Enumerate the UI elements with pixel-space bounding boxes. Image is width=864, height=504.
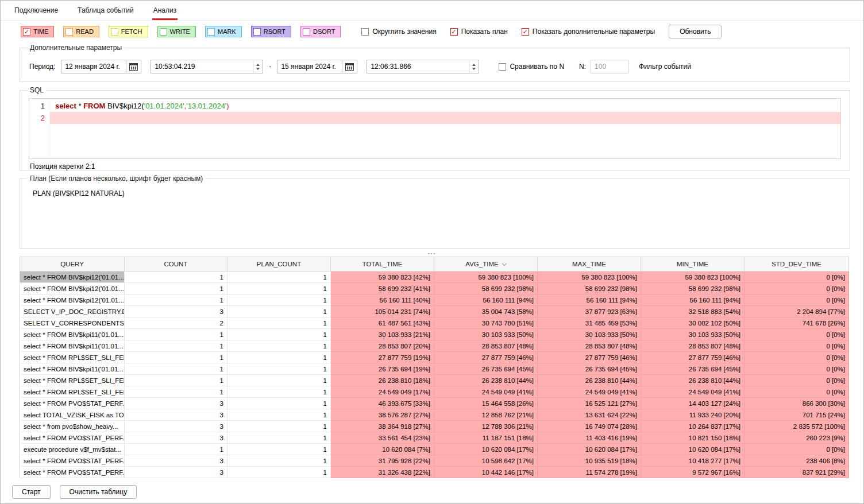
event-filter-time[interactable]: TIME (21, 26, 54, 37)
table-row[interactable]: select * FROM BIV$kpi12('01.01...1156 16… (20, 294, 849, 306)
plan-count-cell[interactable]: 1 (227, 455, 331, 467)
total-time-cell[interactable]: 46 393 675 [33%] (331, 398, 434, 409)
min-time-cell[interactable]: 26 238 810 [44%] (641, 375, 745, 386)
table-row[interactable]: select * FROM BIV$kpi12('01.01...1159 38… (20, 272, 849, 283)
avg-time-cell[interactable]: 30 103 933 [50%] (434, 329, 538, 340)
n-input[interactable] (591, 60, 628, 73)
avg-time-cell[interactable]: 27 877 759 [46%] (434, 352, 538, 363)
query-cell[interactable]: select * FROM BIV$kpi12('01.01... (20, 272, 125, 283)
total-time-cell[interactable]: 26 238 810 [18%] (331, 375, 434, 386)
max-time-cell[interactable]: 10 620 084 [17%] (538, 444, 641, 455)
calendar-from-button[interactable] (126, 60, 141, 73)
avg-time-cell[interactable]: 59 380 823 [100%] (434, 272, 538, 283)
event-filter-fetch[interactable]: FETCH (109, 26, 148, 37)
plan-count-cell[interactable]: 1 (227, 272, 331, 283)
max-time-cell[interactable]: 24 549 049 [41%] (538, 386, 641, 398)
total-time-cell[interactable]: 26 735 694 [19%] (331, 363, 434, 375)
query-cell[interactable]: select * FROM RPL$SET_SLI_FEL... (20, 386, 125, 398)
count-cell[interactable]: 3 (125, 467, 227, 478)
plan-count-cell[interactable]: 1 (227, 283, 331, 294)
plan-count-cell[interactable]: 1 (227, 398, 331, 409)
event-filter-mark[interactable]: MARK (205, 26, 242, 37)
clear-table-button[interactable]: Очистить таблицу (60, 485, 137, 499)
column-header-plan_count[interactable]: PLAN_COUNT (227, 257, 331, 272)
tab-event-table[interactable]: Таблица событий (76, 6, 135, 20)
total-time-cell[interactable]: 31 795 928 [22%] (331, 455, 434, 467)
count-cell[interactable]: 3 (125, 306, 227, 317)
table-row[interactable]: select * FROM BIV$kpi11('01.01...1126 73… (20, 363, 849, 375)
count-cell[interactable]: 1 (125, 272, 227, 283)
max-time-cell[interactable]: 59 380 823 [100%] (538, 272, 641, 283)
time-from-input[interactable] (151, 60, 252, 73)
std-dev-time-cell[interactable]: 0 [0%] (745, 352, 849, 363)
table-row[interactable]: select * FROM BIV$kpi12('01.01...1158 69… (20, 283, 849, 294)
plan-count-cell[interactable]: 1 (227, 329, 331, 340)
table-row[interactable]: select * FROM PVO$STAT_PERF...3131 795 9… (20, 455, 849, 467)
count-cell[interactable]: 1 (125, 375, 227, 386)
std-dev-time-cell[interactable]: 0 [0%] (745, 294, 849, 306)
min-time-cell[interactable]: 11 933 240 [20%] (641, 409, 745, 421)
std-dev-time-cell[interactable]: 0 [0%] (745, 375, 849, 386)
table-row[interactable]: select * FROM PVO$STAT_PERF...3131 326 4… (20, 467, 849, 478)
query-cell[interactable]: select * FROM BIV$kpi11('01.01... (20, 363, 125, 375)
count-cell[interactable]: 1 (125, 283, 227, 294)
total-time-cell[interactable]: 59 380 823 [42%] (331, 272, 434, 283)
std-dev-time-cell[interactable]: 0 [0%] (745, 386, 849, 398)
event-filter-dsort[interactable]: DSORT (300, 26, 341, 37)
round-values-checkbox[interactable]: Округлить значения (361, 28, 436, 36)
total-time-cell[interactable]: 28 853 807 [20%] (331, 340, 434, 352)
max-time-cell[interactable]: 37 877 923 [63%] (538, 306, 641, 317)
time-from-spinner[interactable] (253, 60, 263, 73)
plan-count-cell[interactable]: 1 (227, 467, 331, 478)
max-time-cell[interactable]: 56 160 111 [94%] (538, 294, 641, 306)
avg-time-cell[interactable]: 35 004 743 [58%] (434, 306, 538, 317)
count-cell[interactable]: 1 (125, 352, 227, 363)
max-time-cell[interactable]: 26 735 694 [45%] (538, 363, 641, 375)
min-time-cell[interactable]: 59 380 823 [100%] (641, 272, 745, 283)
avg-time-cell[interactable]: 58 699 232 [98%] (434, 283, 538, 294)
max-time-cell[interactable]: 26 238 810 [44%] (538, 375, 641, 386)
table-row[interactable]: select * FROM RPL$SET_SLI_FEL...1126 238… (20, 375, 849, 386)
total-time-cell[interactable]: 31 326 438 [22%] (331, 467, 434, 478)
query-cell[interactable]: select * FROM BIV$kpi11('01.01... (20, 340, 125, 352)
total-time-cell[interactable]: 38 576 287 [27%] (331, 409, 434, 421)
query-cell[interactable]: select * FROM BIV$kpi12('01.01... (20, 294, 125, 306)
min-time-cell[interactable]: 30 103 933 [50%] (641, 329, 745, 340)
std-dev-time-cell[interactable]: 0 [0%] (745, 329, 849, 340)
column-header-min_time[interactable]: MIN_TIME (641, 257, 745, 272)
avg-time-cell[interactable]: 10 620 084 [17%] (434, 444, 538, 455)
table-row[interactable]: select TOTAL_VZISK_FISK as TO...3138 576… (20, 409, 849, 421)
std-dev-time-cell[interactable]: 837 921 [29%] (745, 467, 849, 478)
query-cell[interactable]: select * FROM PVO$STAT_PERF... (20, 467, 125, 478)
max-time-cell[interactable]: 10 935 519 [18%] (538, 455, 641, 467)
max-time-cell[interactable]: 16 749 074 [28%] (538, 421, 641, 432)
max-time-cell[interactable]: 28 853 807 [48%] (538, 340, 641, 352)
query-cell[interactable]: select * from pvo$show_heavy... (20, 421, 125, 432)
min-time-cell[interactable]: 9 572 967 [16%] (641, 467, 745, 478)
column-header-std_dev_time[interactable]: STD_DEV_TIME (745, 257, 849, 272)
max-time-cell[interactable]: 30 103 933 [50%] (538, 329, 641, 340)
max-time-cell[interactable]: 16 525 121 [27%] (538, 398, 641, 409)
std-dev-time-cell[interactable]: 0 [0%] (745, 283, 849, 294)
query-cell[interactable]: select * FROM PVO$STAT_PERF... (20, 398, 125, 409)
avg-time-cell[interactable]: 12 788 306 [21%] (434, 421, 538, 432)
plan-count-cell[interactable]: 1 (227, 432, 331, 444)
max-time-cell[interactable]: 11 403 416 [19%] (538, 432, 641, 444)
std-dev-time-cell[interactable]: 741 678 [26%] (745, 317, 849, 329)
total-time-cell[interactable]: 56 160 111 [40%] (331, 294, 434, 306)
min-time-cell[interactable]: 14 403 127 [24%] (641, 398, 745, 409)
column-header-count[interactable]: COUNT (125, 257, 227, 272)
plan-count-cell[interactable]: 1 (227, 421, 331, 432)
event-filter-read[interactable]: READ (63, 26, 99, 37)
total-time-cell[interactable]: 33 561 454 [23%] (331, 432, 434, 444)
splitter-handle[interactable] (1, 249, 863, 257)
count-cell[interactable]: 2 (125, 317, 227, 329)
total-time-cell[interactable]: 105 014 231 [74%] (331, 306, 434, 317)
plan-count-cell[interactable]: 1 (227, 444, 331, 455)
total-time-cell[interactable]: 27 877 759 [19%] (331, 352, 434, 363)
event-filter-rsort[interactable]: RSORT (251, 26, 291, 37)
min-time-cell[interactable]: 10 620 084 [17%] (641, 444, 745, 455)
query-cell[interactable]: select * FROM RPL$SET_SLI_FEL... (20, 352, 125, 363)
total-time-cell[interactable]: 61 487 561 [43%] (331, 317, 434, 329)
count-cell[interactable]: 1 (125, 444, 227, 455)
